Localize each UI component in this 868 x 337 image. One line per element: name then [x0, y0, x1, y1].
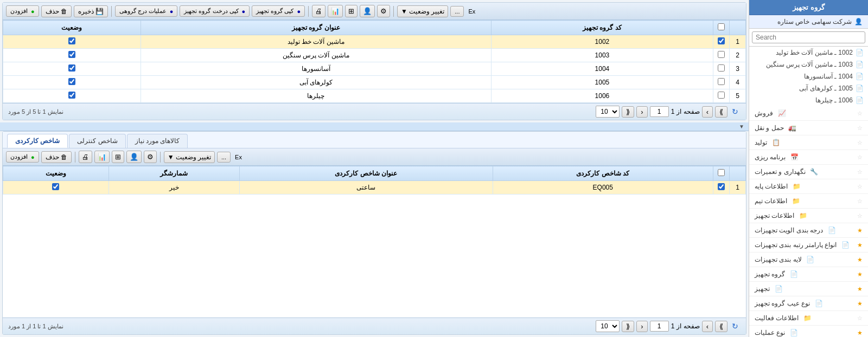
bottom-first-page-btn[interactable]: ⟪ — [715, 321, 727, 332]
status-checkbox[interactable] — [68, 51, 75, 58]
doc-icon: 📄 — [856, 85, 864, 92]
row-checkbox[interactable] — [718, 51, 725, 58]
sidebar-nav-item-5[interactable]: ☆📁اطلاعات پایه — [749, 179, 868, 194]
sidebar-nav-item-14[interactable]: ☆📁اطلاعات فعالیت — [749, 311, 868, 326]
copy-group-button[interactable]: کپی گروه تجهیز — [252, 5, 305, 17]
bottom-col-code: کد شاخص کارکردی — [493, 166, 713, 181]
table-row[interactable]: 1 EQ005 ساعتی خیر — [3, 181, 746, 195]
sidebar-nav-item-6[interactable]: ☆📁اطلاعات تیم — [749, 194, 868, 209]
sidebar-nav-item-15[interactable]: ★📄نوع عملیات — [749, 326, 868, 337]
operations-button[interactable]: عملیات درج گروهی — [115, 5, 178, 17]
toolbar-separator-2 — [308, 6, 309, 17]
status-checkbox[interactable] — [68, 78, 75, 85]
bottom-last-page-btn[interactable]: ⟫ — [622, 321, 634, 332]
bottom-add-button[interactable]: افزودن — [6, 151, 39, 163]
row-checkbox-cell[interactable] — [713, 181, 730, 195]
bottom-print-icon-button[interactable]: 🖨 — [79, 151, 92, 163]
tree-item-1006[interactable]: 📄1006 ـ چیلرها — [749, 94, 868, 106]
star-icon: ☆ — [857, 212, 863, 219]
row-checkbox[interactable] — [718, 78, 725, 85]
sub-tab-0[interactable]: شاخص کارکردی — [7, 134, 68, 148]
row-checkbox-cell[interactable] — [713, 76, 730, 89]
row-checkbox-cell[interactable] — [713, 89, 730, 103]
status-checkbox[interactable] — [68, 64, 75, 72]
sidebar-nav-item-10[interactable]: ★📄لایه بندی تجهیزات — [749, 252, 868, 267]
row-checkbox[interactable] — [718, 64, 725, 72]
sidebar-nav-item-1[interactable]: ☆🚛حمل و نقل — [749, 121, 868, 135]
export-icon-button[interactable]: 📊 — [328, 5, 343, 17]
tree-item-1003[interactable]: 📄1003 ـ ماشین آلات پرس سنگین — [749, 59, 868, 70]
sidebar-nav-item-8[interactable]: ★📄درجه بندی الویت تجهیزات — [749, 223, 868, 238]
row-status[interactable] — [3, 181, 109, 195]
row-status[interactable] — [3, 35, 141, 49]
sidebar-nav-item-7[interactable]: ☆📁اطلاعات تجهیز — [749, 209, 868, 223]
tree-item-1004[interactable]: 📄1004 ـ آسانسورها — [749, 70, 868, 82]
table-row[interactable]: 3 1004 آسانسورها — [3, 62, 746, 76]
top-rows-per-page[interactable]: 10 25 50 — [596, 106, 620, 118]
top-refresh-btn[interactable]: ↻ — [730, 107, 741, 116]
row-checkbox[interactable] — [718, 37, 725, 44]
delete-button[interactable]: 🗑 حذف — [41, 5, 72, 17]
add-button[interactable]: افزودن — [6, 5, 39, 17]
bottom-page-input[interactable] — [650, 321, 669, 332]
sidebar-nav-item-11[interactable]: ★📄گروه تجهیز — [749, 267, 868, 282]
bottom-user-icon-button[interactable]: 👤 — [126, 151, 142, 163]
top-prev-page-btn[interactable]: ‹ — [702, 106, 713, 118]
bottom-refresh-btn[interactable]: ↻ — [730, 322, 741, 330]
sidebar-nav-item-9[interactable]: ★📄انواع پارامتر رتبه بندی تجهیزات — [749, 238, 868, 252]
sidebar-nav-item-2[interactable]: ☆📋تولید — [749, 135, 868, 150]
row-status[interactable] — [3, 76, 141, 89]
search-input[interactable] — [752, 31, 865, 43]
sidebar-nav-item-4[interactable]: ☆🔧نگهداری و تعمیرات — [749, 165, 868, 179]
top-last-page-btn[interactable]: ⟫ — [622, 106, 634, 118]
table-row[interactable]: 2 1003 ماشین آلات پرس سنگین — [3, 49, 746, 62]
print-icon-button[interactable]: 🖨 — [312, 5, 326, 17]
panel-collapse-handle[interactable]: ▼ — [0, 122, 749, 131]
top-next-page-btn[interactable]: › — [636, 106, 647, 118]
row-checkbox-cell[interactable] — [713, 35, 730, 49]
bottom-col-checkbox — [713, 166, 730, 181]
bottom-prev-page-btn[interactable]: ‹ — [702, 321, 713, 332]
bottom-delete-button[interactable]: 🗑 حذف — [41, 151, 72, 163]
bottom-status-change-dropdown[interactable]: تغییر وضعیت ▼ — [164, 151, 215, 163]
tree-item-1005[interactable]: 📄1005 ـ کولرهای آبی — [749, 82, 868, 94]
sidebar-nav-item-3[interactable]: ☆📅برنامه ریزی — [749, 150, 868, 165]
table-row[interactable]: 4 1005 کولرهای آبی — [3, 76, 746, 89]
row-status[interactable] — [3, 49, 141, 62]
select-all-checkbox[interactable] — [718, 23, 725, 30]
bottom-export-icon-button[interactable]: 📊 — [94, 151, 110, 163]
row-checkbox-cell[interactable] — [713, 49, 730, 62]
row-checkbox-cell[interactable] — [713, 62, 730, 76]
copy-tree-button[interactable]: کپی درخت گروه تجهیز — [180, 5, 250, 17]
status-change-dropdown[interactable]: تغییر وضعیت ▼ — [397, 5, 448, 17]
bottom-next-page-btn[interactable]: › — [636, 321, 647, 332]
bottom-settings-icon-button[interactable]: ⚙ — [144, 151, 157, 163]
bottom-table-header-row: کد شاخص کارکردی عنوان شاخص کارکردی شمارش… — [3, 166, 746, 181]
status-checkbox[interactable] — [52, 183, 59, 190]
row-status[interactable] — [3, 89, 141, 103]
settings-icon-button[interactable]: ⚙ — [377, 5, 390, 17]
status-checkbox[interactable] — [68, 92, 75, 99]
row-checkbox[interactable] — [718, 183, 725, 190]
bottom-select-all-checkbox[interactable] — [718, 169, 725, 176]
tree-item-1002[interactable]: 📄1002 ـ ماشین آلات خط تولید — [749, 47, 868, 59]
grid-icon-button[interactable]: ⊞ — [345, 5, 358, 17]
row-checkbox[interactable] — [718, 92, 725, 99]
sub-tab-1[interactable]: شاخص کنترلی — [69, 134, 125, 148]
top-page-input[interactable] — [650, 106, 669, 117]
bottom-grid-icon-button[interactable]: ⊞ — [112, 151, 124, 163]
bottom-rows-per-page[interactable]: 10 25 50 — [596, 320, 620, 332]
row-status[interactable] — [3, 62, 141, 76]
save-button[interactable]: 💾 ذخیره — [74, 5, 108, 17]
sidebar-nav-item-12[interactable]: ★📄تجهیز — [749, 282, 868, 296]
sidebar-nav-item-13[interactable]: ★📄نوع عیب گروه تجهیز — [749, 296, 868, 311]
sub-tab-2[interactable]: کالاهای مورد نیاز — [127, 134, 188, 148]
expand-button[interactable]: ... — [450, 6, 464, 17]
table-row[interactable]: 1 1002 ماشین آلات خط تولید — [3, 35, 746, 49]
sidebar-nav-item-0[interactable]: ☆📈فروش — [749, 106, 868, 121]
bottom-expand-button[interactable]: ... — [217, 152, 231, 163]
table-row[interactable]: 5 1006 چیلرها — [3, 89, 746, 103]
status-checkbox[interactable] — [68, 37, 75, 44]
user-icon-button[interactable]: 👤 — [360, 5, 375, 17]
top-first-page-btn[interactable]: ⟪ — [715, 106, 727, 118]
